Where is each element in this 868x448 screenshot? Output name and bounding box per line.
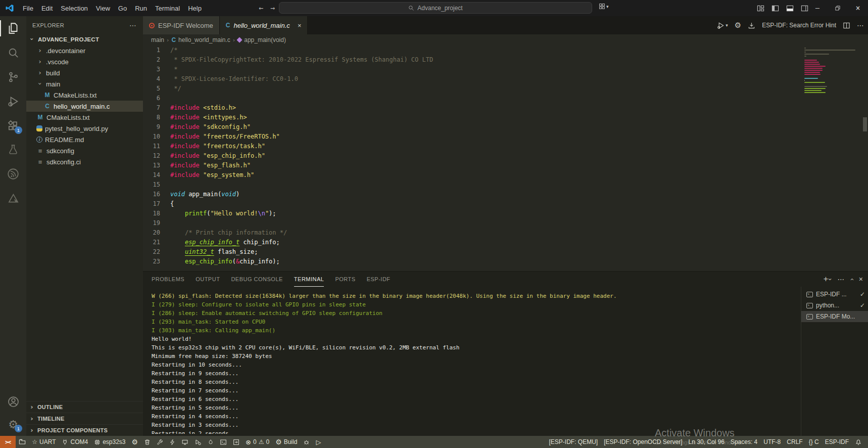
menu-selection[interactable]: Selection xyxy=(57,3,91,14)
run-button[interactable]: ▷ xyxy=(313,436,324,448)
explorer-more-actions[interactable]: ⋯ xyxy=(129,21,137,29)
panel-tab-output[interactable]: OUTPUT xyxy=(196,272,220,287)
menu-view[interactable]: View xyxy=(92,3,114,14)
status-c[interactable]: {} C xyxy=(806,436,822,448)
section-outline[interactable]: ›OUTLINE xyxy=(26,401,143,413)
status-esp-idf-openocd-server[interactable]: [ESP-IDF: OpenOCD Server] xyxy=(601,436,685,448)
build-status-button[interactable]: ⚙ Build xyxy=(272,436,300,448)
activity-esp-idf-explorer[interactable] xyxy=(0,186,26,210)
breadcrumb-symbol[interactable]: app_main(void) xyxy=(244,36,286,43)
custom-task-button[interactable] xyxy=(230,436,243,448)
tree-item-pytest-hello-world-py[interactable]: pytest_hello_world.py xyxy=(26,123,143,134)
terminal-instance[interactable]: >_ESP-IDF Mo... xyxy=(801,311,868,322)
terminal-instance[interactable]: >_ESP-IDF ...✓ xyxy=(801,289,868,300)
tree-item-hello-world-main-c[interactable]: Chello_world_main.c xyxy=(26,101,143,112)
menuconfig-button[interactable]: ⚙ xyxy=(129,436,141,448)
minimize-button[interactable]: ─ xyxy=(807,0,828,16)
activity-search[interactable] xyxy=(0,40,26,65)
monitor-device-button[interactable] xyxy=(178,436,191,448)
section-project-components[interactable]: ›PROJECT COMPONENTS xyxy=(26,424,143,436)
menu-file[interactable]: File xyxy=(19,3,37,14)
flash-device-button[interactable] xyxy=(166,436,178,448)
close-window-button[interactable]: × xyxy=(848,0,868,16)
serial-port-button[interactable]: COM4 xyxy=(59,436,91,448)
panel-tab-esp-idf[interactable]: ESP-IDF xyxy=(367,272,391,287)
panel-tab-debug-console[interactable]: DEBUG CONSOLE xyxy=(231,272,282,287)
activity-settings[interactable]: ⚙ 1 xyxy=(0,414,26,436)
download-hint-icon[interactable] xyxy=(748,22,755,29)
status-utf-8[interactable]: UTF-8 xyxy=(760,436,784,448)
code-editor[interactable]: 1/*2 * SPDX-FileCopyrightText: 2010-2022… xyxy=(143,46,868,271)
tree-root[interactable]: › ADVANCE_PROJECT xyxy=(26,34,143,45)
customize-layout-icon[interactable] xyxy=(757,5,764,12)
tree-item-sdkconfig-ci[interactable]: ≡sdkconfig.ci xyxy=(26,156,143,167)
tree-item--devcontainer[interactable]: ›.devcontainer xyxy=(26,45,143,56)
tree-item-sdkconfig[interactable]: ≡sdkconfig xyxy=(26,145,143,156)
panel-more-actions[interactable]: ⋯ xyxy=(837,275,844,283)
tree-item-cmakelists-txt[interactable]: MCMakeLists.txt xyxy=(26,112,143,123)
tab-hello-world-main[interactable]: C hello_world_main.c × xyxy=(220,16,308,34)
tree-item-readme-md[interactable]: iREADME.md xyxy=(26,134,143,145)
new-terminal-button[interactable]: + › xyxy=(824,275,832,284)
full-clean-button[interactable] xyxy=(141,436,154,448)
command-center-search[interactable]: Advance_project xyxy=(279,2,592,14)
open-folder-button[interactable] xyxy=(16,436,29,448)
activity-testing[interactable] xyxy=(0,138,26,162)
panel-tab-terminal[interactable]: TERMINAL xyxy=(294,272,324,287)
menu-edit[interactable]: Edit xyxy=(37,3,57,14)
breadcrumb-file[interactable]: hello_world_main.c xyxy=(178,36,230,43)
bug-button[interactable] xyxy=(300,436,313,448)
esp-idf-terminal-button[interactable] xyxy=(217,436,230,448)
terminal-output[interactable]: W (266) spi_flash: Detected size(16384k)… xyxy=(152,292,797,434)
section-timeline[interactable]: ›TIMELINE xyxy=(26,413,143,424)
problems-indicator[interactable]: ⊗ 0 ⚠ 0 xyxy=(243,436,272,448)
maximize-panel-icon[interactable]: › xyxy=(848,278,855,280)
status-ln-30-col-96[interactable]: Ln 30, Col 96 xyxy=(686,436,728,448)
menu-run[interactable]: Run xyxy=(131,3,151,14)
restore-button[interactable] xyxy=(828,0,848,16)
toggle-sidebar-left-icon[interactable] xyxy=(771,5,779,12)
tree-item-cmakelists-txt[interactable]: MCMakeLists.txt xyxy=(26,89,143,101)
editor-scrollbar[interactable] xyxy=(863,117,867,131)
tree-item--vscode[interactable]: ›.vscode xyxy=(26,56,143,67)
nav-back-button[interactable]: ← xyxy=(259,4,263,13)
terminal-instance[interactable]: >_python...✓ xyxy=(801,300,868,311)
close-tab-icon[interactable]: × xyxy=(298,22,302,29)
menu-help[interactable]: Help xyxy=(184,3,206,14)
build-flash-monitor-button[interactable] xyxy=(205,436,217,448)
remote-indicator[interactable]: >< xyxy=(0,436,16,448)
tab-esp-idf-welcome[interactable]: ESP-IDF Welcome xyxy=(143,16,220,34)
notifications-bell[interactable] xyxy=(852,436,868,448)
activity-run-debug[interactable] xyxy=(0,89,26,113)
tree-item-build[interactable]: ›build xyxy=(26,67,143,78)
flash-method-button[interactable]: ☆ UART xyxy=(29,436,59,448)
status-esp-idf-qemu[interactable]: [ESP-IDF: QEMU] xyxy=(546,436,601,448)
activity-espressif[interactable] xyxy=(0,162,26,186)
menu-go[interactable]: Go xyxy=(114,3,131,14)
run-device-button[interactable]: ▾ xyxy=(717,22,728,29)
minimap[interactable] xyxy=(804,46,860,94)
status-esp-idf[interactable]: ESP-IDF xyxy=(822,436,852,448)
activity-account[interactable] xyxy=(0,389,26,414)
status-spaces-4[interactable]: Spaces: 4 xyxy=(728,436,760,448)
close-panel-icon[interactable]: × xyxy=(859,275,863,283)
settings-gear-icon[interactable]: ⚙ xyxy=(735,21,741,30)
activity-extensions[interactable]: 1 xyxy=(0,113,26,138)
activity-source-control[interactable] xyxy=(0,65,26,89)
menu-terminal[interactable]: Terminal xyxy=(151,3,184,14)
toggle-panel-icon[interactable] xyxy=(786,5,794,12)
editor-more-actions[interactable]: ⋯ xyxy=(857,21,864,29)
tree-item-main[interactable]: ›main xyxy=(26,78,143,89)
search-error-hint-button[interactable]: ESP-IDF: Search Error Hint xyxy=(762,22,836,29)
build-project-button[interactable] xyxy=(154,436,166,448)
breadcrumb-main[interactable]: main xyxy=(151,36,164,43)
device-target-button[interactable]: esp32s3 xyxy=(91,436,128,448)
status-crlf[interactable]: CRLF xyxy=(784,436,805,448)
activity-explorer[interactable] xyxy=(0,16,26,40)
profiles-icon[interactable]: ▾ xyxy=(599,3,609,10)
panel-tab-problems[interactable]: PROBLEMS xyxy=(152,272,184,287)
split-editor-icon[interactable] xyxy=(843,22,850,29)
debug-device-button[interactable] xyxy=(191,436,205,448)
panel-tab-ports[interactable]: PORTS xyxy=(335,272,355,287)
nav-forward-button[interactable]: → xyxy=(270,4,275,13)
